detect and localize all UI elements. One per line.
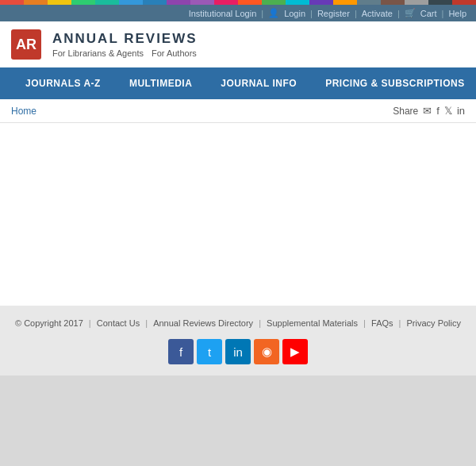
linkedin-social-icon[interactable]: in bbox=[225, 339, 251, 364]
nav-item-journal-info[interactable]: JOURNAL INFO bbox=[206, 69, 311, 98]
site-header: AR ANNUAL REVIEWS For Librarians & Agent… bbox=[0, 21, 476, 67]
sub-links: For Librarians & Agents For Authors bbox=[52, 48, 198, 58]
share-label: Share bbox=[393, 106, 418, 117]
activate-link[interactable]: Activate bbox=[362, 9, 393, 18]
for-authors-link[interactable]: For Authors bbox=[152, 48, 197, 58]
register-link[interactable]: Register bbox=[317, 9, 350, 18]
rss-social-icon[interactable]: ◉ bbox=[254, 339, 279, 364]
youtube-social-icon[interactable]: ▶ bbox=[282, 339, 308, 364]
footer-link-supplemental-materials[interactable]: Supplemental Materials bbox=[267, 318, 358, 328]
main-nav: JOURNALS A-ZMULTIMEDIAJOURNAL INFOPRICIN… bbox=[0, 67, 476, 99]
site-title: ANNUAL REVIEWS bbox=[52, 31, 198, 47]
logo-text: AR bbox=[16, 37, 36, 53]
share-bar: Share ✉ f 𝕏 in bbox=[393, 105, 465, 117]
cart-icon: 🛒 bbox=[405, 8, 416, 18]
rainbow-stripe bbox=[0, 0, 476, 5]
breadcrumb-home[interactable]: Home bbox=[11, 106, 36, 117]
site-name-block: ANNUAL REVIEWS For Librarians & Agents F… bbox=[52, 31, 198, 58]
footer-link-faqs[interactable]: FAQs bbox=[371, 318, 393, 328]
help-link[interactable]: Help bbox=[448, 9, 466, 18]
login-icon: 👤 bbox=[268, 8, 279, 18]
nav-item-pricing-&-subscriptions[interactable]: PRICING & SUBSCRIPTIONS bbox=[311, 69, 476, 98]
footer-link-privacy-policy[interactable]: Privacy Policy bbox=[407, 318, 461, 328]
linkedin-share-icon[interactable]: in bbox=[457, 105, 465, 117]
nav-item-journals-a-z[interactable]: JOURNALS A-Z bbox=[11, 69, 115, 98]
login-link[interactable]: Login bbox=[284, 9, 305, 18]
twitter-social-icon[interactable]: t bbox=[197, 339, 222, 364]
facebook-social-icon[interactable]: f bbox=[168, 339, 194, 364]
main-content bbox=[0, 123, 476, 306]
footer-link-annual-reviews-directory[interactable]: Annual Reviews Directory bbox=[153, 318, 253, 328]
footer-links: © Copyright 2017 | Contact Us | Annual R… bbox=[11, 318, 465, 328]
copyright: © Copyright 2017 bbox=[15, 318, 83, 328]
bottom-gray-area bbox=[0, 375, 476, 439]
email-share-icon[interactable]: ✉ bbox=[423, 105, 432, 117]
for-librarians-link[interactable]: For Librarians & Agents bbox=[52, 48, 144, 58]
breadcrumb-bar: Home Share ✉ f 𝕏 in bbox=[0, 99, 476, 123]
cart-link[interactable]: Cart bbox=[420, 9, 437, 18]
institutional-login-link[interactable]: Institutional Login bbox=[189, 9, 257, 18]
nav-item-multimedia[interactable]: MULTIMEDIA bbox=[115, 69, 206, 98]
footer-link-contact-us[interactable]: Contact Us bbox=[97, 318, 140, 328]
footer: © Copyright 2017 | Contact Us | Annual R… bbox=[0, 306, 476, 375]
twitter-share-icon[interactable]: 𝕏 bbox=[444, 105, 452, 117]
social-icons: ftin◉▶ bbox=[11, 339, 465, 364]
facebook-share-icon[interactable]: f bbox=[436, 105, 440, 117]
utility-bar: Institutional Login | 👤 Login | Register… bbox=[0, 5, 476, 21]
site-logo[interactable]: AR bbox=[11, 29, 41, 60]
